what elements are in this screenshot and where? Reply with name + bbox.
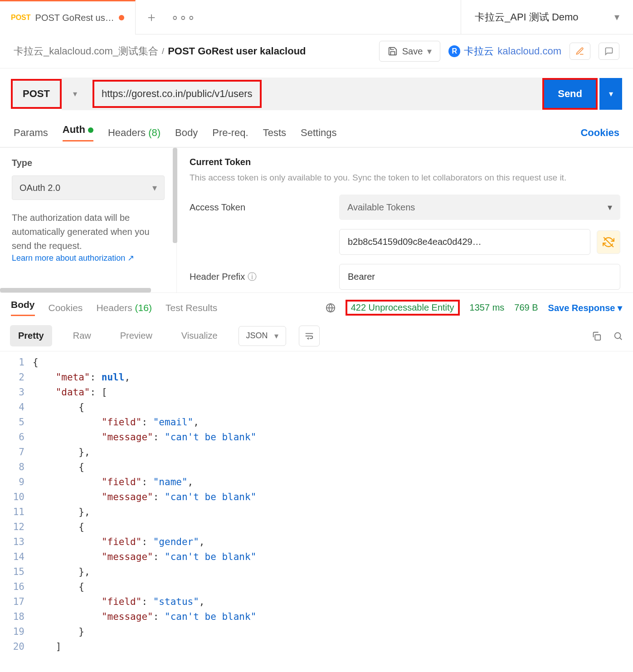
watermark: R 卡拉云 kalacloud.com [448,44,561,58]
code-text: { [33,460,84,475]
breadcrumb-separator: / [162,47,164,56]
globe-icon [326,303,336,313]
available-tokens-select[interactable]: Available Tokens [339,195,620,220]
line-number: 7 [0,445,33,460]
code-text: "field": "gender", [33,535,205,550]
tab-tests[interactable]: Tests [263,127,286,139]
code-text: "field": "email", [33,415,199,430]
horizontal-scrollbar[interactable] [0,288,151,292]
code-text: "field": "status", [33,594,205,609]
network-icon[interactable] [326,303,336,313]
search-icon [613,331,623,341]
current-token-note: This access token is only available to y… [190,173,620,183]
tab-params[interactable]: Params [14,127,48,139]
save-response-button[interactable]: Save Response [548,302,622,313]
comment-button[interactable] [599,43,619,60]
header-prefix-value: Bearer [348,272,375,282]
auth-type-value: OAuth 2.0 [19,183,60,193]
send-more-button[interactable] [599,78,622,110]
line-number: 3 [0,385,33,400]
code-line: 18 "message": "can't be blank" [0,609,633,624]
pencil-icon [575,47,584,56]
code-line: 2 "meta": null, [0,370,633,385]
share-button[interactable] [570,43,590,60]
code-line: 10 "message": "can't be blank" [0,490,633,505]
tab-body[interactable]: Body [175,127,198,139]
token-sync-toggle[interactable] [597,230,620,254]
request-tabs-bar: POST POST GoRest us… ＋ ∘∘∘ 卡拉云_API 测试 De… [0,0,633,34]
request-url-input[interactable]: https://gorest.co.in/public/v1/users [93,80,262,108]
svg-rect-2 [595,335,600,340]
code-line: 13 "field": "gender", [0,535,633,550]
code-line: 4 { [0,400,633,415]
new-tab-button[interactable]: ＋ [136,9,167,26]
http-method-value: POST [23,88,50,100]
auth-right-panel: Current Token This access token is only … [177,148,633,292]
response-status: 422 Unprocessable Entity [346,300,460,316]
body-view-pretty[interactable]: Pretty [10,325,52,346]
save-button[interactable]: Save [379,41,441,62]
auth-type-select[interactable]: OAuth 2.0 [12,175,165,200]
access-token-input[interactable]: b2b8c54159d09c8e4eac0d429… [339,229,590,255]
code-text: { [33,400,84,415]
request-url-row: POST https://gorest.co.in/public/v1/user… [0,68,633,119]
response-body-viewer[interactable]: 1{2 "meta": null,3 "data": [4 {5 "field"… [0,351,633,663]
line-number: 9 [0,475,33,490]
info-icon[interactable]: ⓘ [248,272,257,282]
line-number: 20 [0,639,33,654]
copy-button[interactable] [591,331,601,341]
environment-selector[interactable]: 卡拉云_API 测试 Demo [461,0,633,34]
watermark-logo-icon: R [448,45,460,57]
tab-headers[interactable]: Headers (8) [108,127,161,139]
save-icon [388,46,398,56]
access-token-value: b2b8c54159d09c8e4eac0d429… [348,237,482,247]
header-prefix-input[interactable]: Bearer [339,264,620,290]
resp-tab-cookies[interactable]: Cookies [49,302,83,313]
search-button[interactable] [613,331,623,341]
auth-learn-link[interactable]: Learn more about authorization ↗ [12,253,165,263]
tab-prereq[interactable]: Pre-req. [212,127,248,139]
resp-tab-body[interactable]: Body [11,299,35,316]
tab-settings[interactable]: Settings [301,127,337,139]
body-view-preview[interactable]: Preview [112,325,161,346]
request-tab-active[interactable]: POST POST GoRest us… [0,0,136,34]
code-text: "message": "can't be blank" [33,490,256,505]
body-view-raw[interactable]: Raw [65,325,99,346]
code-line: 14 "message": "can't be blank" [0,550,633,565]
code-text: { [33,355,39,370]
resp-tab-headers[interactable]: Headers (16) [96,302,152,313]
request-subtabs: Params Auth Headers (8) Body Pre-req. Te… [0,119,633,147]
code-text: "message": "can't be blank" [33,430,256,445]
save-label: Save [402,46,423,57]
body-wrap-toggle[interactable] [299,326,320,346]
response-size: 769 B [514,302,538,313]
svg-point-3 [615,332,621,338]
code-line: 6 "message": "can't be blank" [0,430,633,445]
send-button[interactable]: Send [542,78,598,110]
cookies-link[interactable]: Cookies [580,127,619,139]
code-line: 19 } [0,624,633,639]
line-number: 16 [0,579,33,594]
http-method-chevron[interactable] [62,78,89,110]
chevron-down-icon [609,89,613,99]
auth-type-label: Type [12,158,165,168]
code-text: "data": [ [33,385,107,400]
request-url-value: https://gorest.co.in/public/v1/users [102,88,253,99]
response-time: 1357 ms [470,302,505,313]
code-line: 20 ] [0,639,633,654]
tab-overflow-button[interactable]: ∘∘∘ [167,10,199,24]
body-view-visualize[interactable]: Visualize [173,325,226,346]
resp-tab-testresults[interactable]: Test Results [166,302,217,313]
code-text: "message": "can't be blank" [33,550,256,565]
breadcrumb-collection[interactable]: 卡拉云_kalacloud.com_测试集合 [14,44,158,58]
line-number: 8 [0,460,33,475]
line-number: 5 [0,415,33,430]
chevron-down-icon [427,46,432,57]
code-line: 7 }, [0,445,633,460]
tab-auth[interactable]: Auth [63,124,93,141]
code-text: "message": "can't be blank" [33,609,256,624]
code-text: }, [33,445,90,460]
http-method-select[interactable]: POST [11,79,62,109]
copy-icon [591,331,601,341]
body-format-select[interactable]: JSON [239,326,286,346]
